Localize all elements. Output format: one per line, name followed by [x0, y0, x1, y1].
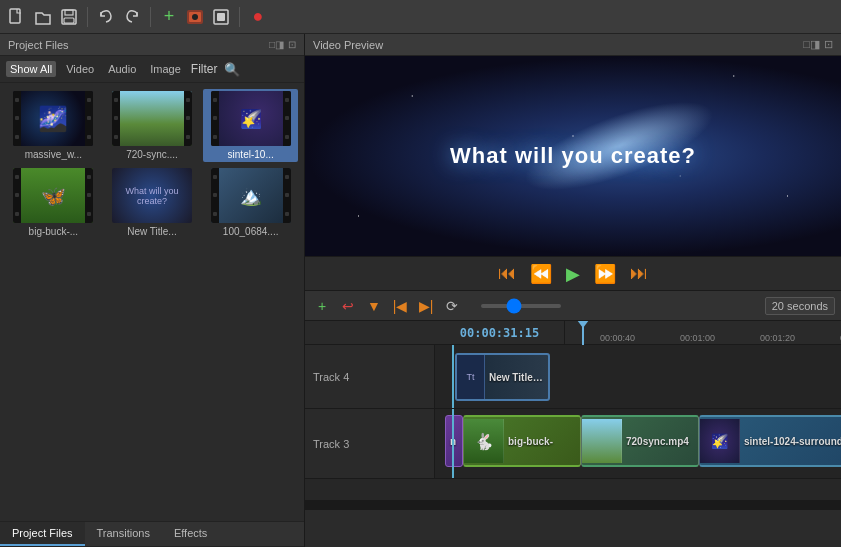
ruler-mark-40: 00:00:40 — [600, 333, 635, 343]
filter-icon: 🔍 — [224, 62, 240, 77]
add-track-button[interactable]: + — [311, 295, 333, 317]
main-toolbar: + ● — [0, 0, 841, 34]
separator-2 — [150, 7, 151, 27]
file-thumb-720sync — [112, 91, 192, 146]
ruler-mark-100: 00:01:00 — [680, 333, 715, 343]
save-button[interactable] — [58, 6, 80, 28]
rewind-button[interactable]: ⏪ — [526, 261, 556, 287]
tab-transitions[interactable]: Transitions — [85, 522, 162, 546]
svg-rect-3 — [64, 18, 74, 23]
cursor-line-t4 — [452, 345, 454, 408]
playback-controls: ⏮ ⏪ ▶ ⏩ ⏭ — [305, 256, 841, 290]
fullscreen-button[interactable] — [210, 6, 232, 28]
zoom-label: 20 seconds — [765, 297, 835, 315]
jump-end-button[interactable]: ▶| — [415, 295, 437, 317]
filter-audio[interactable]: Audio — [104, 61, 140, 77]
fast-forward-button[interactable]: ⏩ — [590, 261, 620, 287]
file-name-sintel: sintel-10... — [228, 149, 274, 160]
clip-sintel[interactable]: 🌠 sintel-1024-surround.mp4 — [699, 415, 841, 467]
file-item-100[interactable]: 🏔️ 100_0684.... — [203, 166, 298, 239]
separator-3 — [239, 7, 240, 27]
file-item-massive[interactable]: 🌌 massive_w... — [6, 89, 101, 162]
import-button[interactable]: + — [158, 6, 180, 28]
file-thumb-sintel: 🌠 — [211, 91, 291, 146]
new-button[interactable] — [6, 6, 28, 28]
file-item-newtitle[interactable]: What will you create? New Title... — [105, 166, 200, 239]
file-name-massive: massive_w... — [25, 149, 82, 160]
clip-720sync[interactable]: 720sync.mp4 — [581, 415, 699, 467]
file-name-100: 100_0684.... — [223, 226, 279, 237]
svg-rect-8 — [217, 13, 225, 21]
file-thumb-newtitle: What will you create? — [112, 168, 192, 223]
timeline-toolbar: + ↩ ▼ |◀ ▶| ⟳ 20 seconds — [305, 291, 841, 321]
file-grid: 🌌 massive_w... 720-sync.... 🌠 sintel-10.… — [0, 83, 304, 521]
track-area: Track 4 Tt New Title.svg — [305, 345, 841, 500]
skip-to-end-button[interactable]: ⏭ — [626, 261, 652, 286]
file-item-bigbuck[interactable]: 🦋 big-buck-... — [6, 166, 101, 239]
undo-button[interactable] — [95, 6, 117, 28]
ruler-mark-120: 00:01:20 — [760, 333, 795, 343]
jump-start-button[interactable]: |◀ — [389, 295, 411, 317]
panel-header-icons: □◨ ⊡ — [269, 39, 296, 50]
file-item-720sync[interactable]: 720-sync.... — [105, 89, 200, 162]
track-4-content[interactable]: Tt New Title.svg — [435, 345, 841, 408]
open-button[interactable] — [32, 6, 54, 28]
clip-bigbuck[interactable]: 🐇 big-buck- — [463, 415, 581, 467]
file-thumb-100: 🏔️ — [211, 168, 291, 223]
timeline-scrollbar[interactable] — [305, 500, 841, 510]
filter-video[interactable]: Video — [62, 61, 98, 77]
timecode-bar: 00:00:31:15 00:00:40 00:01:00 00:01:20 0… — [305, 321, 841, 345]
tab-project-files[interactable]: Project Files — [0, 522, 85, 546]
main-area: Project Files □◨ ⊡ Show All Video Audio … — [0, 34, 841, 547]
clip-label-sintel: sintel-1024-surround.mp4 — [740, 436, 841, 447]
preview-header: Video Preview □◨ ⊡ — [305, 34, 841, 56]
redo-button[interactable] — [121, 6, 143, 28]
bottom-tabs: Project Files Transitions Effects — [0, 521, 304, 547]
file-item-sintel[interactable]: 🌠 sintel-10... — [203, 89, 298, 162]
file-name-newtitle: New Title... — [127, 226, 176, 237]
filter-label: Filter — [191, 62, 218, 76]
svg-point-6 — [192, 14, 198, 20]
filter-bar: Show All Video Audio Image Filter 🔍 — [0, 56, 304, 83]
clip-label-bigbuck: big-buck- — [504, 436, 557, 447]
record-button[interactable]: ● — [247, 6, 269, 28]
play-button[interactable]: ▶ — [562, 261, 584, 287]
file-thumb-massive: 🌌 — [13, 91, 93, 146]
playhead[interactable] — [582, 321, 584, 345]
file-name-720sync: 720-sync.... — [126, 149, 178, 160]
timecode-display: 00:00:31:15 — [460, 326, 539, 340]
zoom-slider[interactable] — [481, 304, 561, 308]
clip-new-title-svg[interactable]: Tt New Title.svg — [455, 353, 550, 401]
video-text: What will you create? — [450, 143, 696, 169]
track-4-row: Track 4 Tt New Title.svg — [305, 345, 841, 409]
tab-effects[interactable]: Effects — [162, 522, 219, 546]
preview-icon-1: □◨ — [803, 38, 820, 51]
playhead-triangle — [577, 321, 589, 328]
time-ruler[interactable]: 00:00:40 00:01:00 00:01:20 00:01:40 00:0… — [565, 321, 841, 345]
export-button[interactable] — [184, 6, 206, 28]
preview-icon-2: ⊡ — [824, 38, 833, 51]
loop-button[interactable]: ⟳ — [441, 295, 463, 317]
preview-title: Video Preview — [313, 39, 383, 51]
skip-to-start-button[interactable]: ⏮ — [494, 261, 520, 286]
clip-thumb-720sync — [582, 419, 622, 463]
project-files-title: Project Files — [8, 39, 69, 51]
video-preview: What will you create? — [305, 56, 841, 256]
clip-n[interactable]: n — [445, 415, 463, 467]
file-thumb-bigbuck: 🦋 — [13, 168, 93, 223]
filter-show-all[interactable]: Show All — [6, 61, 56, 77]
project-files-header: Project Files □◨ ⊡ — [0, 34, 304, 56]
track-3-row: Track 3 n 🐇 — [305, 409, 841, 479]
preview-header-icons: □◨ ⊡ — [803, 38, 833, 51]
left-panel: Project Files □◨ ⊡ Show All Video Audio … — [0, 34, 305, 547]
timeline-section: + ↩ ▼ |◀ ▶| ⟳ 20 seconds 00:00:31:15 00:… — [305, 290, 841, 510]
clip-label-n: n — [446, 436, 460, 447]
track-3-label: Track 3 — [305, 409, 435, 478]
track-3-content[interactable]: n 🐇 big-buck- 720 — [435, 409, 841, 478]
panel-icon-1: □◨ — [269, 39, 284, 50]
filter-image[interactable]: Image — [146, 61, 185, 77]
remove-track-button[interactable]: ↩ — [337, 295, 359, 317]
track-4-label: Track 4 — [305, 345, 435, 408]
clip-label-new-title: New Title.svg — [485, 372, 548, 383]
clip-down-button[interactable]: ▼ — [363, 295, 385, 317]
